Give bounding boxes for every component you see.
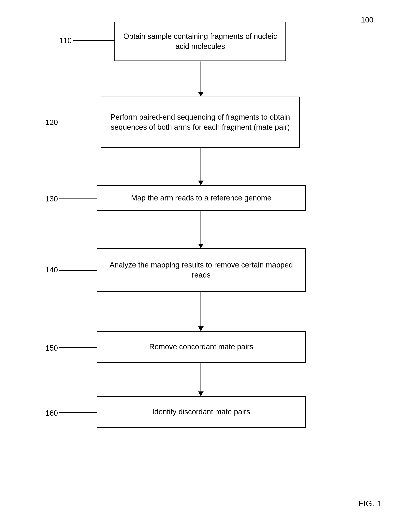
svg-marker-9	[198, 391, 204, 396]
diagram-container: 100 Obtain sample containing fragments o…	[0, 0, 405, 532]
step-150-label: 150	[45, 344, 58, 352]
svg-marker-1	[198, 92, 204, 97]
figure-number: 100	[361, 16, 373, 24]
step-160-box: Identify discordant mate pairs	[97, 396, 306, 428]
step-110-text: Obtain sample containing fragments of nu…	[121, 31, 280, 52]
step-110-label: 110	[59, 36, 72, 45]
svg-marker-3	[198, 181, 204, 185]
step-130-text: Map the arm reads to a reference genome	[131, 193, 271, 203]
step-140-label: 140	[45, 266, 58, 274]
step-110-box: Obtain sample containing fragments of nu…	[115, 22, 286, 61]
step-140-text: Analyze the mapping results to remove ce…	[103, 260, 299, 280]
step-140-box: Analyze the mapping results to remove ce…	[97, 248, 306, 292]
step-120-label: 120	[45, 118, 58, 127]
step-130-box: Map the arm reads to a reference genome	[97, 185, 306, 211]
step-120-box: Perform paired-end sequencing of fragmen…	[101, 97, 300, 148]
step-150-text: Remove concordant mate pairs	[149, 342, 253, 352]
step-150-box: Remove concordant mate pairs	[97, 331, 306, 363]
step-160-label: 160	[45, 409, 58, 417]
step-130-label: 130	[45, 195, 58, 203]
step-120-text: Perform paired-end sequencing of fragmen…	[107, 112, 293, 132]
figure-caption: FIG. 1	[358, 499, 381, 508]
svg-marker-5	[198, 244, 204, 248]
step-160-text: Identify discordant mate pairs	[152, 407, 250, 417]
svg-marker-7	[198, 326, 204, 331]
